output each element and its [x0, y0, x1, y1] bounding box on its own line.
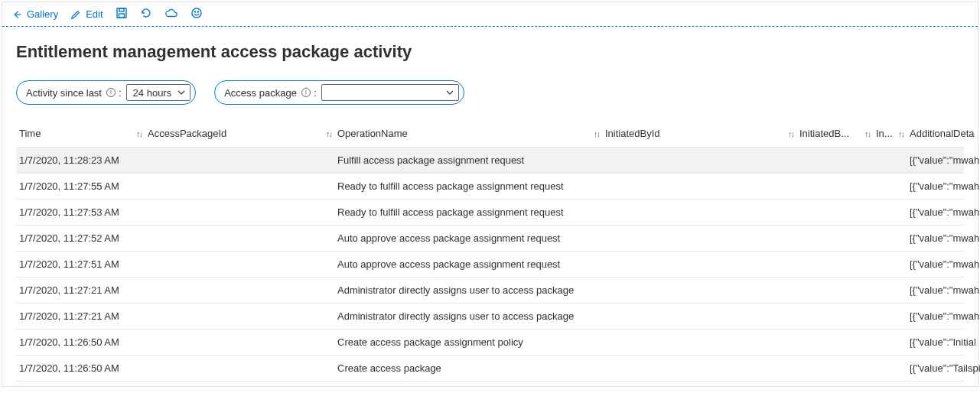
table-cell: [{"value":"mwah — [907, 284, 980, 296]
table-cell: [{"value":"Tailspi — [907, 362, 980, 374]
table-row[interactable]: 1/7/2020, 11:27:21 AMAdministrator direc… — [16, 278, 964, 304]
sort-icon: ↑↓ — [594, 129, 599, 138]
toolbar: Gallery Edit — [2, 2, 978, 27]
chevron-down-icon — [446, 89, 454, 96]
col-operationname[interactable]: OperationName↑↓ — [334, 128, 602, 139]
col-time[interactable]: Time↑↓ — [16, 128, 145, 139]
content-area: Entitlement management access package ac… — [2, 27, 978, 386]
chevron-down-icon — [177, 89, 185, 96]
col-initiatedbydisplay[interactable]: InitiatedB...↑↓ — [796, 128, 873, 139]
table-cell: [{"value":"mwah — [907, 258, 980, 270]
table-cell: [{"value":"mwah — [907, 206, 980, 218]
sort-icon: ↑↓ — [136, 129, 142, 138]
svg-rect-1 — [119, 8, 124, 11]
table-row[interactable]: 1/7/2020, 11:27:21 AMAdministrator direc… — [16, 304, 964, 330]
table-cell: 1/7/2020, 11:27:51 AM — [16, 258, 145, 270]
package-filter-label: Access package i — [224, 87, 311, 99]
refresh-icon — [140, 7, 152, 19]
sort-icon: ↑↓ — [326, 129, 331, 138]
table-cell: Create access package assignment policy — [334, 336, 602, 348]
sort-icon: ↑↓ — [898, 129, 903, 138]
svg-point-3 — [192, 8, 201, 18]
sort-icon: ↑↓ — [864, 129, 870, 138]
package-filter: Access package i : — [214, 80, 464, 105]
table-cell: Administrator directly assigns user to a… — [334, 310, 602, 322]
table-row[interactable]: 1/7/2020, 11:26:50 AMCreate access packa… — [16, 356, 964, 382]
table-cell: Administrator directly assigns user to a… — [334, 284, 602, 296]
svg-rect-2 — [119, 14, 124, 18]
table-cell: [{"value":"mwah — [907, 310, 980, 322]
smiley-icon — [190, 7, 203, 19]
table-cell: [{"value":"mwah — [907, 180, 980, 192]
col-accesspackageid[interactable]: AccessPackageId↑↓ — [145, 128, 334, 139]
results-table: Time↑↓ AccessPackageId↑↓ OperationName↑↓… — [16, 120, 964, 382]
table-cell: Create access package — [334, 362, 602, 374]
edit-label: Edit — [86, 8, 103, 20]
package-select[interactable] — [321, 84, 459, 101]
table-cell: 1/7/2020, 11:28:23 AM — [16, 154, 145, 166]
table-cell: 1/7/2020, 11:26:50 AM — [16, 336, 145, 348]
refresh-button[interactable] — [140, 7, 152, 21]
table-row[interactable]: 1/7/2020, 11:27:55 AMReady to fulfill ac… — [16, 174, 964, 200]
gallery-label: Gallery — [27, 8, 58, 20]
back-arrow-icon — [11, 9, 22, 20]
edit-button[interactable]: Edit — [70, 8, 103, 20]
info-icon[interactable]: i — [301, 88, 311, 97]
table-cell: Ready to fulfill access package assignme… — [334, 180, 602, 192]
table-cell: 1/7/2020, 11:27:21 AM — [16, 310, 145, 322]
table-cell: [{"value":"mwah — [907, 154, 980, 166]
table-row[interactable]: 1/7/2020, 11:27:51 AMAuto approve access… — [16, 252, 964, 278]
table-cell: Ready to fulfill access package assignme… — [334, 206, 602, 218]
workbook-part: Gallery Edit Entitlement management acce… — [2, 2, 978, 387]
table-header-row: Time↑↓ AccessPackageId↑↓ OperationName↑↓… — [16, 120, 964, 148]
table-row[interactable]: 1/7/2020, 11:27:53 AMReady to fulfill ac… — [16, 200, 964, 226]
cloud-icon — [164, 7, 178, 19]
sort-icon: ↑↓ — [788, 129, 793, 138]
filter-bar: Activity since last i : 24 hours Access … — [16, 80, 964, 105]
feedback-button[interactable] — [190, 7, 203, 21]
activity-filter: Activity since last i : 24 hours — [16, 80, 196, 105]
table-cell: 1/7/2020, 11:26:50 AM — [16, 362, 145, 374]
gallery-button[interactable]: Gallery — [11, 8, 58, 20]
table-row[interactable]: 1/7/2020, 11:27:52 AMAuto approve access… — [16, 226, 964, 252]
table-cell: Auto approve access package assignment r… — [334, 232, 602, 244]
info-icon[interactable]: i — [106, 88, 116, 97]
table-cell: 1/7/2020, 11:27:53 AM — [16, 206, 145, 218]
activity-select[interactable]: 24 hours — [126, 84, 191, 101]
table-cell: [{"value":"Initial — [907, 336, 980, 348]
table-row[interactable]: 1/7/2020, 11:28:23 AMFulfill access pack… — [16, 148, 964, 174]
pencil-icon — [70, 9, 81, 20]
col-in[interactable]: In...↑↓ — [873, 128, 907, 139]
save-button[interactable] — [116, 7, 128, 21]
table-cell: 1/7/2020, 11:27:55 AM — [16, 180, 145, 192]
export-button[interactable] — [164, 7, 178, 21]
table-cell: 1/7/2020, 11:27:52 AM — [16, 232, 145, 244]
table-cell: Auto approve access package assignment r… — [334, 258, 602, 270]
table-cell: Fulfill access package assignment reques… — [334, 154, 602, 166]
table-cell: 1/7/2020, 11:27:21 AM — [16, 284, 145, 296]
svg-point-4 — [194, 11, 195, 12]
table-row[interactable]: 1/7/2020, 11:26:50 AMCreate access packa… — [16, 330, 964, 356]
page-title: Entitlement management access package ac… — [16, 42, 964, 62]
table-cell: [{"value":"mwah — [907, 232, 980, 244]
activity-filter-label: Activity since last i — [26, 87, 116, 99]
svg-point-5 — [197, 11, 198, 12]
col-additionaldetails[interactable]: AdditionalDeta — [907, 128, 980, 139]
activity-select-value: 24 hours — [133, 87, 172, 99]
save-icon — [116, 7, 128, 19]
col-initiatedbyid[interactable]: InitiatedById↑↓ — [602, 128, 796, 139]
